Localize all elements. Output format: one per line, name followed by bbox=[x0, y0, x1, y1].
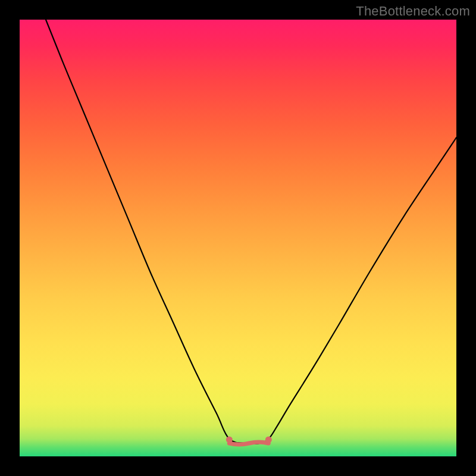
bottleneck-curve bbox=[20, 20, 456, 456]
trough-marker bbox=[226, 436, 272, 444]
svg-point-0 bbox=[226, 436, 233, 443]
curve-line bbox=[46, 20, 456, 444]
svg-point-1 bbox=[265, 436, 272, 443]
plot-area bbox=[20, 20, 456, 456]
chart-frame: TheBottleneck.com bbox=[0, 0, 476, 476]
watermark-text: TheBottleneck.com bbox=[356, 4, 470, 19]
